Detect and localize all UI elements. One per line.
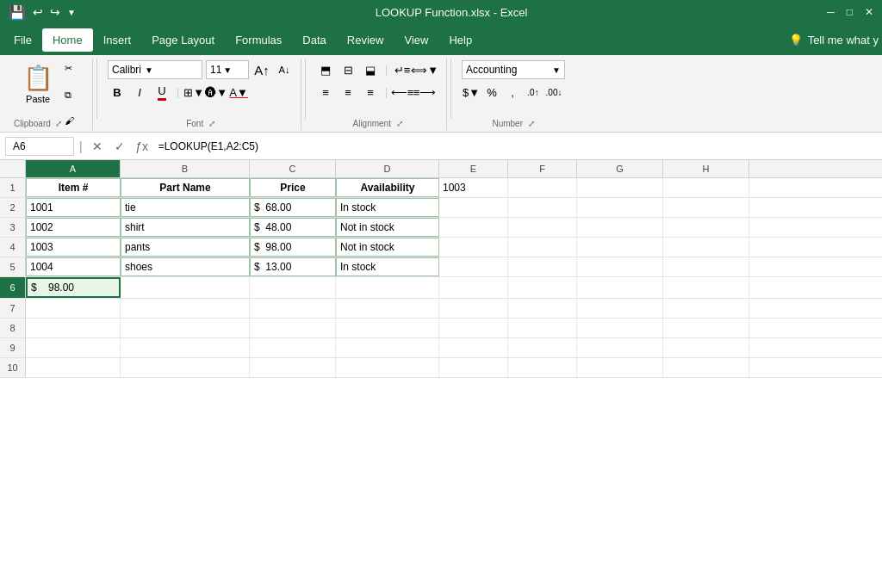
cell-a10[interactable]	[26, 358, 121, 377]
underline-button[interactable]: U	[152, 83, 171, 102]
cell-f2[interactable]	[508, 198, 577, 217]
cell-e7[interactable]	[439, 299, 508, 318]
cell-h8[interactable]	[663, 319, 749, 337]
cell-g10[interactable]	[577, 358, 663, 377]
col-header-g[interactable]: G	[577, 160, 663, 177]
paste-button[interactable]: 📋 Paste	[16, 60, 60, 108]
font-size-selector[interactable]: 11 ▼	[206, 60, 249, 79]
cell-h9[interactable]	[663, 338, 749, 357]
cell-a2[interactable]: 1001	[26, 198, 121, 217]
cell-a7[interactable]	[26, 299, 121, 318]
bold-button[interactable]: B	[108, 83, 127, 102]
cell-g2[interactable]	[577, 198, 663, 217]
cell-g3[interactable]	[577, 218, 663, 237]
cell-d1[interactable]: Availability	[336, 178, 439, 197]
cell-e1[interactable]: 1003	[439, 178, 508, 197]
insert-function-button[interactable]: ƒx	[133, 137, 152, 156]
cell-d8[interactable]	[336, 319, 439, 337]
cell-h6[interactable]	[663, 277, 749, 298]
cell-a3[interactable]: 1002	[26, 218, 121, 237]
italic-button[interactable]: I	[130, 83, 149, 102]
cell-h2[interactable]	[663, 198, 749, 217]
col-header-a[interactable]: A	[26, 160, 121, 177]
cell-e10[interactable]	[439, 358, 508, 377]
cell-g7[interactable]	[577, 299, 663, 318]
currency-button[interactable]: $▼	[462, 83, 481, 102]
cell-f1[interactable]	[508, 178, 577, 197]
decrease-indent-button[interactable]: ⟵≡	[393, 83, 412, 102]
cell-g5[interactable]	[577, 257, 663, 276]
align-left-button[interactable]: ≡	[316, 83, 335, 102]
cell-a4[interactable]: 1003	[26, 238, 121, 257]
col-header-h[interactable]: H	[663, 160, 749, 177]
cell-f5[interactable]	[508, 257, 577, 276]
cell-h1[interactable]	[663, 178, 749, 197]
cell-a8[interactable]	[26, 319, 121, 337]
cell-c3[interactable]: $ 48.00	[250, 218, 336, 237]
cell-c9[interactable]	[250, 338, 336, 357]
cell-a9[interactable]	[26, 338, 121, 357]
cell-d5[interactable]: In stock	[336, 257, 439, 276]
cell-f7[interactable]	[508, 299, 577, 318]
cell-b2[interactable]: tie	[121, 198, 250, 217]
menu-insert[interactable]: Insert	[93, 28, 142, 52]
cell-d6[interactable]	[336, 277, 439, 298]
cell-f6[interactable]	[508, 277, 577, 298]
font-color-button[interactable]: A▼	[229, 83, 248, 102]
window-controls-right[interactable]: ─ □ ✕	[827, 6, 873, 18]
decrease-decimal-button[interactable]: .00↓	[544, 83, 563, 102]
cell-d7[interactable]	[336, 299, 439, 318]
align-right-button[interactable]: ≡	[361, 83, 380, 102]
cell-d4[interactable]: Not in stock	[336, 238, 439, 257]
increase-decimal-button[interactable]: .0↑	[524, 83, 543, 102]
cell-c4[interactable]: $ 98.00	[250, 238, 336, 257]
tell-me-text[interactable]: Tell me what y	[808, 34, 879, 46]
comma-button[interactable]: ,	[503, 83, 522, 102]
cell-f4[interactable]	[508, 238, 577, 257]
cell-g9[interactable]	[577, 338, 663, 357]
cell-d9[interactable]	[336, 338, 439, 357]
merge-center-button[interactable]: ⟺▼	[415, 60, 434, 79]
cell-c6[interactable]	[250, 277, 336, 298]
format-painter-button[interactable]: 🖌	[62, 115, 77, 127]
cell-h5[interactable]	[663, 257, 749, 276]
cell-b1[interactable]: Part Name	[121, 178, 250, 197]
cell-g1[interactable]	[577, 178, 663, 197]
menu-page-layout[interactable]: Page Layout	[141, 28, 225, 52]
cancel-formula-button[interactable]: ✕	[88, 137, 107, 156]
cell-e6[interactable]	[439, 277, 508, 298]
cell-c1[interactable]: Price	[250, 178, 336, 197]
copy-button[interactable]: ⧉	[62, 89, 77, 102]
quick-access-dropdown[interactable]: ▼	[67, 8, 76, 17]
cell-a5[interactable]: 1004	[26, 257, 121, 276]
menu-home[interactable]: Home	[42, 28, 93, 52]
cell-e5[interactable]	[439, 257, 508, 276]
cell-g4[interactable]	[577, 238, 663, 257]
confirm-formula-button[interactable]: ✓	[110, 137, 129, 156]
cell-h7[interactable]	[663, 299, 749, 318]
cell-b4[interactable]: pants	[121, 238, 250, 257]
cell-b3[interactable]: shirt	[121, 218, 250, 237]
cell-e4[interactable]	[439, 238, 508, 257]
cell-d2[interactable]: In stock	[336, 198, 439, 217]
col-header-c[interactable]: C	[250, 160, 336, 177]
increase-font-button[interactable]: A↑	[252, 60, 271, 79]
menu-view[interactable]: View	[394, 28, 438, 52]
cell-b6[interactable]	[121, 277, 250, 298]
cell-c7[interactable]	[250, 299, 336, 318]
col-header-f[interactable]: F	[508, 160, 577, 177]
cell-a6[interactable]: $ 98.00	[26, 277, 121, 298]
cell-b5[interactable]: shoes	[121, 257, 250, 276]
cell-e8[interactable]	[439, 319, 508, 337]
cell-d10[interactable]	[336, 358, 439, 377]
cell-f8[interactable]	[508, 319, 577, 337]
col-header-e[interactable]: E	[439, 160, 508, 177]
cell-b10[interactable]	[121, 358, 250, 377]
cell-b7[interactable]	[121, 299, 250, 318]
middle-align-button[interactable]: ⊟	[339, 60, 357, 79]
cell-e9[interactable]	[439, 338, 508, 357]
cell-f10[interactable]	[508, 358, 577, 377]
font-name-selector[interactable]: Calibri ▼	[108, 60, 202, 79]
cell-b9[interactable]	[121, 338, 250, 357]
cell-h10[interactable]	[663, 358, 749, 377]
